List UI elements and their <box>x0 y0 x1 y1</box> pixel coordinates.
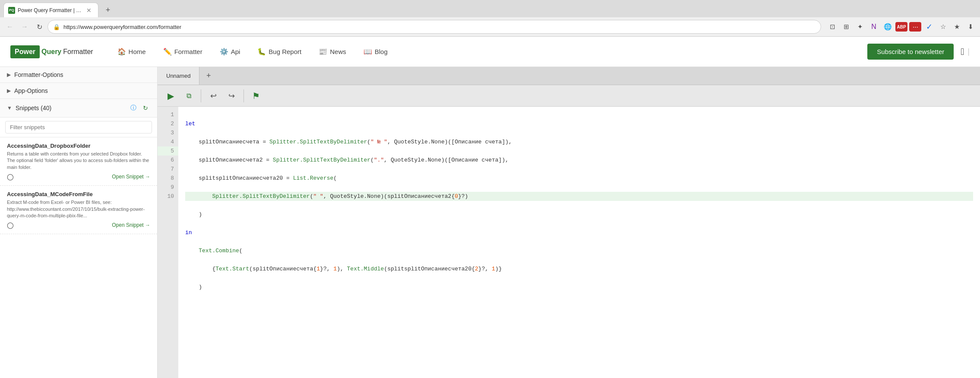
run-button[interactable]: ▶ <box>163 88 178 104</box>
list-item[interactable]: AccessingData_MCodeFromFile Extract M-co… <box>0 186 157 234</box>
editor-tab-label: Unnamed <box>166 73 190 79</box>
forward-button[interactable]: → <box>18 20 31 33</box>
formatter-options-label: Formatter-Options <box>14 71 63 78</box>
snippets-icons: ⓘ ↻ <box>129 103 150 113</box>
github-snippet-icon[interactable]: ◯ <box>7 173 14 180</box>
download-icon[interactable]: ⬇ <box>964 21 977 33</box>
logo-formatter: Formatter <box>63 45 93 58</box>
active-tab[interactable]: PQ Power Query Formatter | Beautif ✕ <box>3 3 98 17</box>
editor-tab-unnamed[interactable]: Unnamed <box>158 67 199 85</box>
bug-icon: 🐛 <box>257 48 266 56</box>
address-bar[interactable]: 🔒 https://www.powerqueryformatter.com/fo… <box>47 20 821 34</box>
github-icon[interactable]:  <box>961 46 964 57</box>
star-icon[interactable]: ✦ <box>854 21 866 33</box>
onenote-icon[interactable]: N <box>868 21 880 33</box>
address-text: https://www.powerqueryformatter.com/form… <box>63 24 816 30</box>
back-button[interactable]: ← <box>3 20 16 33</box>
formatter-icon: ✏️ <box>163 48 172 56</box>
app-options-label: App-Options <box>14 87 48 94</box>
code-line: splitОписаниесчета = Splitter.SplitTextB… <box>185 137 973 146</box>
browser-chrome: PQ Power Query Formatter | Beautif ✕ + ←… <box>0 0 980 37</box>
snippet-footer: ◯ Open Snippet → <box>7 173 150 180</box>
code-editor[interactable]: 1 2 3 4 5 6 7 8 9 10 let splitОписаниесч… <box>158 107 980 378</box>
blog-icon: 📖 <box>364 48 372 56</box>
snippet-name: AccessingData_DropboxFolder <box>7 143 150 149</box>
extra-icon: | <box>967 47 970 56</box>
favorites-icon[interactable]: ★ <box>951 21 963 33</box>
logo-power: Power <box>10 45 40 58</box>
line-number: 3 <box>158 128 178 137</box>
tab-close-button[interactable]: ✕ <box>85 6 93 14</box>
code-line: let <box>185 119 973 128</box>
logo-query: Query <box>40 45 63 58</box>
app-header: PowerQueryFormatter 🏠 Home ✏️ Formatter … <box>0 37 980 67</box>
tab-title: Power Query Formatter | Beautif <box>18 7 82 13</box>
open-snippet-label-2: Open Snippet → <box>112 222 150 228</box>
address-bar-row: ← → ↻ 🔒 https://www.powerqueryformatter.… <box>0 17 980 36</box>
news-icon: 📰 <box>319 48 327 56</box>
flag-button[interactable]: ⚑ <box>248 88 264 104</box>
editor-area: Unnamed + ▶ ⧉ ↩ ↪ ⚑ 1 2 3 4 5 6 7 8 <box>158 67 980 378</box>
github-snippet-icon-2[interactable]: ◯ <box>7 222 14 229</box>
sidebar-section-app-options: ▶ App-Options <box>0 83 157 99</box>
snippet-desc-2: Extract M-code from Excel- or Power BI f… <box>7 199 150 219</box>
code-line: Splitter.SplitTextByDelimiter(" ", Quote… <box>185 192 973 201</box>
open-snippet-link[interactable]: Open Snippet → <box>112 174 150 180</box>
code-content[interactable]: let splitОписаниесчета = Splitter.SplitT… <box>178 107 980 378</box>
chevron-right-icon-2: ▶ <box>7 88 11 94</box>
nav-formatter[interactable]: ✏️ Formatter <box>156 44 209 59</box>
line-numbers: 1 2 3 4 5 6 7 8 9 10 <box>158 107 178 378</box>
redo-button[interactable]: ↪ <box>224 88 239 104</box>
formatter-options-header[interactable]: ▶ Formatter-Options <box>0 67 157 83</box>
logo[interactable]: PowerQueryFormatter <box>10 45 93 58</box>
snippet-list: AccessingData_DropboxFolder Returns a ta… <box>0 137 157 378</box>
nav-home-label: Home <box>129 48 146 55</box>
lock-icon: 🔒 <box>53 24 60 30</box>
open-snippet-link-2[interactable]: Open Snippet → <box>112 222 150 228</box>
nav-news-label: News <box>330 48 346 55</box>
star-empty-icon[interactable]: ☆ <box>937 21 949 33</box>
new-tab-button[interactable]: + <box>102 4 114 16</box>
check-icon[interactable]: ✓ <box>923 21 935 33</box>
nav-api[interactable]: ⚙️ Api <box>213 44 247 59</box>
sidebar: ▶ Formatter-Options ▶ App-Options ▼ Snip… <box>0 67 158 378</box>
nav-home[interactable]: 🏠 Home <box>111 44 153 59</box>
subscribe-button[interactable]: Subscribe to newsletter <box>867 44 954 60</box>
snippets-header: ▼ Snippets (40) ⓘ ↻ <box>0 99 157 118</box>
app-options-header[interactable]: ▶ App-Options <box>0 83 157 98</box>
filter-input[interactable] <box>5 121 152 133</box>
add-tab-button[interactable]: + <box>201 69 216 83</box>
code-line: splitОписаниесчета2 = Splitter.SplitText… <box>185 156 973 165</box>
api-icon: ⚙️ <box>220 48 228 56</box>
info-icon[interactable]: ⓘ <box>129 103 138 113</box>
editor-toolbar: ▶ ⧉ ↩ ↪ ⚑ <box>158 85 980 107</box>
nav-formatter-label: Formatter <box>174 48 202 55</box>
refresh-snippets-icon[interactable]: ↻ <box>141 103 150 113</box>
snippet-desc: Returns a table with contents from your … <box>7 151 150 171</box>
refresh-button[interactable]: ↻ <box>33 20 46 33</box>
copy-button[interactable]: ⧉ <box>181 88 196 104</box>
adblock-icon[interactable]: ABP <box>895 22 907 32</box>
snippet-footer-2: ◯ Open Snippet → <box>7 222 150 229</box>
chevron-down-icon: ▼ <box>7 105 12 111</box>
undo-button[interactable]: ↩ <box>205 88 221 104</box>
line-number: 2 <box>158 119 178 128</box>
code-line: ) <box>185 210 973 219</box>
nav-news[interactable]: 📰 News <box>312 44 353 59</box>
code-line: {Text.Start(splitОписаниесчета{1}?, 1), … <box>185 264 973 273</box>
nav-links: 🏠 Home ✏️ Formatter ⚙️ Api 🐛 Bug Report … <box>111 44 868 59</box>
line-number: 4 <box>158 137 178 146</box>
editor-tabs: Unnamed + <box>158 67 980 85</box>
dots-icon[interactable]: ⋯ <box>909 22 921 32</box>
line-number: 7 <box>158 165 178 174</box>
grid-icon[interactable]: ⊞ <box>840 21 852 33</box>
toolbar-separator-2 <box>243 89 244 102</box>
globe-icon[interactable]: 🌐 <box>882 21 894 33</box>
extensions-icon[interactable]: ⊡ <box>826 21 838 33</box>
nav-blog[interactable]: 📖 Blog <box>357 44 395 59</box>
snippets-title: Snippets (40) <box>16 105 129 111</box>
list-item[interactable]: AccessingData_DropboxFolder Returns a ta… <box>0 137 157 186</box>
nav-bug-report[interactable]: 🐛 Bug Report <box>250 44 308 59</box>
home-icon: 🏠 <box>117 48 126 56</box>
sidebar-section-formatter-options: ▶ Formatter-Options <box>0 67 157 83</box>
